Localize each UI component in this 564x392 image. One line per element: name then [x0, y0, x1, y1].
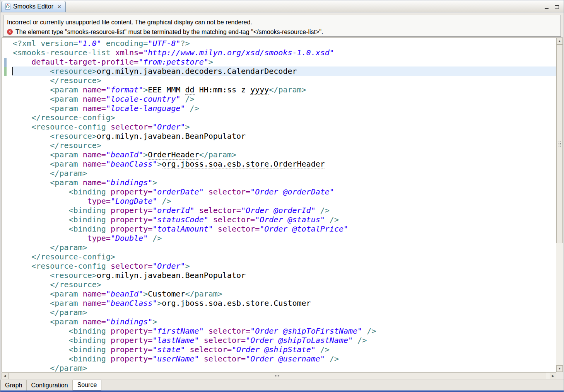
editor-tab-bar: Smooks Editor ✕ — [0, 0, 564, 12]
smooks-editor-icon — [5, 3, 11, 10]
minimize-icon — [545, 6, 549, 9]
scrollbar-corner — [556, 372, 564, 379]
code-line[interactable]: <binding property="lastName" selector="O… — [12, 336, 556, 345]
vertical-scrollbar[interactable]: ▲ ▼ — [556, 38, 563, 372]
code-line[interactable]: <binding property="statusCode" selector=… — [12, 215, 556, 224]
code-line[interactable]: </param> — [12, 169, 556, 178]
validation-banner: Incorrect or currently unsupported file … — [3, 15, 561, 37]
code-line[interactable]: <smooks-resource-list xmlns="http://www.… — [12, 48, 556, 57]
tab-source-label: Source — [77, 382, 97, 389]
code-line[interactable]: <binding property="state" selector="Orde… — [12, 345, 556, 354]
code-line[interactable]: <param name="format">EEE MMM dd HH:mm:ss… — [12, 85, 556, 94]
code-line[interactable]: <resource-config selector="Order"> — [12, 122, 556, 131]
code-line[interactable]: <param name="beanClass">org.jboss.soa.es… — [12, 298, 556, 308]
code-line[interactable]: <resource>org.milyn.javabean.BeanPopulat… — [12, 131, 556, 141]
text-cursor — [12, 67, 13, 75]
minimize-button[interactable] — [543, 3, 550, 9]
banner-error-text: The element type "smooks-resource-list" … — [15, 29, 323, 36]
code-line[interactable]: <binding property="totalAmount" selector… — [12, 224, 556, 233]
editor-page-tabs: Graph Configuration Source — [0, 380, 564, 390]
code-line[interactable]: <param name="locale-language" /> — [12, 104, 556, 113]
code-line[interactable]: </resource> — [12, 141, 556, 150]
code-line[interactable]: <binding property="userName" selector="O… — [12, 354, 556, 363]
error-icon-glyph: ✕ — [9, 30, 12, 34]
tab-graph-label: Graph — [5, 382, 22, 389]
code-line[interactable]: </resource-config> — [12, 113, 556, 122]
code-line[interactable]: <binding property="firstName" selector="… — [12, 326, 556, 336]
scroll-down-button[interactable]: ▼ — [556, 365, 563, 372]
code-line[interactable]: </resource-config> — [12, 252, 556, 261]
code-line[interactable]: </resource> — [12, 76, 556, 85]
code-line[interactable]: <resource>org.milyn.javabean.decoders.Ca… — [12, 66, 556, 76]
maximize-button[interactable] — [554, 3, 560, 9]
maximize-icon — [555, 5, 559, 9]
code-line[interactable]: <resource-config selector="Order"> — [12, 261, 556, 271]
close-icon[interactable]: ✕ — [57, 4, 62, 10]
tab-smooks-editor[interactable]: Smooks Editor ✕ — [1, 1, 66, 12]
tab-configuration-label: Configuration — [31, 382, 68, 389]
view-controls — [543, 3, 564, 12]
code-line[interactable]: </param> — [12, 363, 556, 372]
quickdiff-marker — [4, 67, 7, 76]
error-icon: ✕ — [7, 29, 13, 35]
code-line[interactable]: <param name="beanClass">org.jboss.soa.es… — [12, 159, 556, 169]
banner-error-row: ✕ The element type "smooks-resource-list… — [7, 27, 557, 37]
arrow-left-icon: ◀ — [3, 375, 6, 378]
arrow-up-icon: ▲ — [558, 40, 561, 43]
quickdiff-marker — [4, 58, 7, 67]
code-line[interactable]: <param name="locale-country" /> — [12, 94, 556, 104]
arrow-down-icon: ▼ — [558, 367, 561, 370]
thumb-grip-icon — [275, 375, 280, 378]
scroll-left-button[interactable]: ◀ — [2, 373, 8, 379]
code-line[interactable]: <param name="beanId">Customer</param> — [12, 289, 556, 298]
code-line[interactable]: <param name="bindings"> — [12, 317, 556, 326]
code-line[interactable]: <binding property="orderId" selector="Or… — [12, 206, 556, 215]
arrow-right-icon: ▶ — [552, 375, 554, 378]
code-line[interactable]: <?xml version="1.0" encoding="UTF-8"?> — [12, 39, 556, 48]
code-line[interactable]: <binding property="orderDate" selector="… — [12, 187, 556, 196]
code-line[interactable]: default-target-profile="from:petstore"> — [12, 57, 556, 66]
code-line[interactable]: </param> — [12, 308, 556, 317]
tab-graph[interactable]: Graph — [0, 380, 27, 390]
banner-message-text: Incorrect or currently unsupported file … — [7, 19, 252, 26]
code-line[interactable]: <param name="bindings"> — [12, 178, 556, 187]
thumb-grip-icon — [558, 141, 561, 147]
code-line[interactable]: </resource> — [12, 280, 556, 289]
horizontal-scrollbar-thumb[interactable] — [8, 373, 546, 379]
vertical-scrollbar-thumb[interactable] — [556, 44, 563, 243]
scroll-up-button[interactable]: ▲ — [556, 38, 563, 44]
code-line[interactable]: </param> — [12, 243, 556, 252]
tab-title: Smooks Editor — [13, 3, 53, 10]
code-line[interactable]: type="Double" /> — [12, 233, 556, 243]
annotation-ruler[interactable] — [2, 38, 12, 372]
code-line[interactable]: type="LongDate" /> — [12, 196, 556, 206]
source-editor[interactable]: <?xml version="1.0" encoding="UTF-8"?><s… — [2, 37, 563, 372]
tab-configuration[interactable]: Configuration — [27, 380, 72, 390]
window-bottom-border — [0, 390, 564, 392]
code-line[interactable]: <resource>org.milyn.javabean.BeanPopulat… — [12, 271, 556, 280]
code-line[interactable]: <param name="beanId">OrderHeader</param> — [12, 150, 556, 159]
scroll-right-button[interactable]: ▶ — [550, 373, 556, 379]
tab-source[interactable]: Source — [73, 380, 102, 390]
horizontal-scrollbar[interactable]: ◀ ▶ — [2, 372, 556, 379]
code-lines[interactable]: <?xml version="1.0" encoding="UTF-8"?><s… — [12, 38, 556, 372]
smooks-editor-window: Smooks Editor ✕ Incorrect or currently u… — [0, 0, 564, 392]
banner-message-row: Incorrect or currently unsupported file … — [7, 17, 557, 27]
